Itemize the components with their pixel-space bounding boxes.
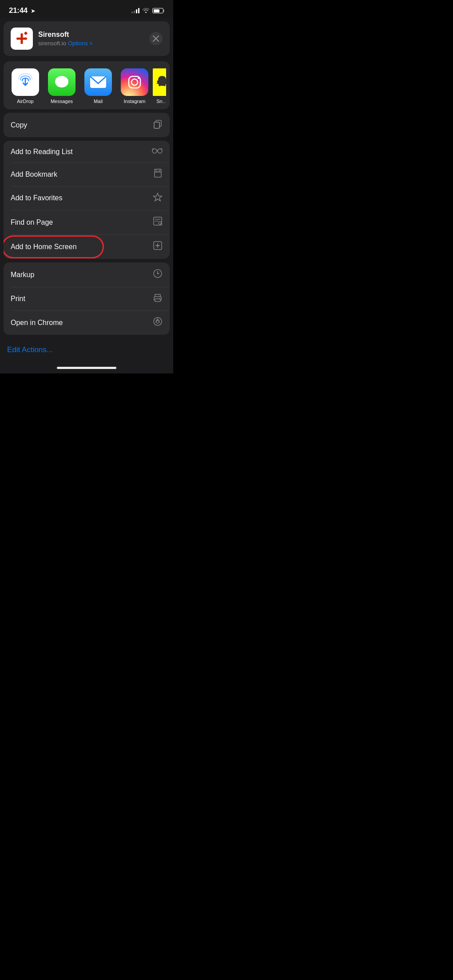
app-item-airdrop[interactable]: AirDrop	[7, 68, 44, 104]
airdrop-icon	[12, 68, 39, 96]
svg-point-29	[157, 273, 159, 274]
close-icon	[153, 36, 159, 42]
menu-item-print[interactable]: Print	[4, 287, 170, 310]
home-indicator	[0, 363, 173, 373]
svg-point-18	[158, 149, 162, 153]
menu-section-copy: Copy	[4, 113, 170, 137]
app-label-mail: Mail	[94, 99, 103, 104]
menu-item-add-home-screen[interactable]: Add to Home Screen	[4, 234, 170, 259]
location-icon: ➤	[31, 8, 36, 14]
svg-point-8	[55, 76, 68, 87]
menu-section-2: Add to Reading List Add Bookmark	[4, 141, 170, 259]
share-sheet: Sirensoft sirensoft.io Options >	[0, 18, 173, 373]
app-item-messages[interactable]: Messages	[44, 68, 80, 104]
messages-icon	[48, 68, 76, 96]
menu-item-copy[interactable]: Copy	[4, 113, 170, 137]
svg-rect-2	[20, 40, 23, 44]
add-to-homescreen-icon	[153, 241, 163, 253]
share-site-url: sirensoft.io	[38, 40, 66, 47]
book-icon	[153, 169, 163, 180]
app-label-airdrop: AirDrop	[17, 99, 33, 104]
home-bar	[57, 367, 116, 369]
share-site-name: Sirensoft	[38, 31, 144, 39]
glasses-icon	[152, 147, 163, 156]
share-header-info: Sirensoft sirensoft.io Options >	[38, 31, 144, 47]
menu-section-3: Markup Print Open in Chro	[4, 262, 170, 335]
mail-icon	[84, 68, 112, 96]
apps-row: AirDrop Messages	[7, 68, 166, 104]
sirensoft-logo-icon	[14, 31, 29, 46]
chrome-icon	[153, 317, 163, 329]
snapchat-icon	[153, 68, 166, 96]
svg-point-17	[152, 149, 157, 153]
menu-item-markup[interactable]: Markup	[4, 262, 170, 287]
status-time: 21:44	[9, 6, 28, 15]
app-item-mail[interactable]: Mail	[80, 68, 116, 104]
share-close-button[interactable]	[149, 32, 163, 45]
markup-icon	[153, 269, 163, 281]
app-label-messages: Messages	[51, 99, 73, 104]
share-options-button[interactable]: Options >	[68, 40, 93, 47]
menu-item-add-bookmark[interactable]: Add Bookmark	[4, 163, 170, 186]
find-on-page-icon	[153, 216, 163, 228]
copy-icon	[153, 119, 163, 131]
share-header: Sirensoft sirensoft.io Options >	[4, 21, 170, 56]
signal-bars-icon	[131, 8, 139, 13]
svg-point-12	[131, 79, 138, 85]
menu-item-add-favorites[interactable]: Add to Favorites	[4, 186, 170, 210]
menu-item-add-reading-list[interactable]: Add to Reading List	[4, 141, 170, 163]
apps-section: AirDrop Messages	[4, 61, 170, 109]
edit-actions-button[interactable]: Edit Actions...	[7, 345, 53, 354]
svg-rect-3	[16, 37, 20, 40]
star-icon	[153, 192, 163, 204]
svg-rect-4	[23, 37, 27, 40]
svg-rect-15	[154, 122, 159, 128]
instagram-icon	[121, 68, 148, 96]
app-label-instagram: Instagram	[124, 99, 146, 104]
print-icon	[153, 293, 163, 304]
battery-icon	[152, 8, 164, 13]
site-favicon	[11, 28, 33, 50]
app-item-snapchat[interactable]: Sn…	[153, 68, 166, 104]
menu-item-open-chrome[interactable]: Open in Chrome	[4, 310, 170, 335]
svg-point-32	[159, 298, 160, 299]
svg-point-6	[20, 37, 24, 41]
status-icons	[131, 7, 164, 15]
svg-rect-1	[20, 33, 23, 37]
app-label-snapchat: Sn…	[156, 99, 166, 104]
app-item-instagram[interactable]: Instagram	[116, 68, 153, 104]
svg-point-13	[138, 77, 139, 79]
status-bar: 21:44 ➤	[0, 0, 173, 18]
menu-item-find-on-page[interactable]: Find on Page	[4, 210, 170, 234]
edit-actions-section: Edit Actions...	[0, 338, 173, 363]
svg-rect-31	[155, 299, 160, 302]
wifi-icon	[142, 7, 150, 15]
